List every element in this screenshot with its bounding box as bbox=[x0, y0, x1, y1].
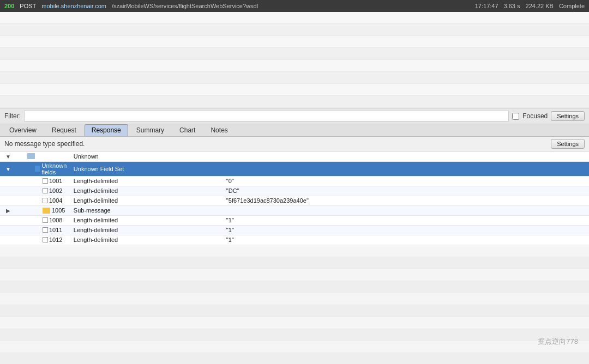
id-cell: 1008 bbox=[16, 215, 71, 225]
empty-row bbox=[0, 353, 589, 365]
expand-cell bbox=[0, 225, 16, 235]
encoding-cell bbox=[148, 196, 224, 205]
value-cell: "1" bbox=[224, 235, 589, 245]
tab-request[interactable]: Request bbox=[45, 124, 83, 136]
empty-row bbox=[0, 341, 589, 353]
filter-label: Filter: bbox=[4, 112, 21, 120]
type-cell: Length-delimited bbox=[71, 186, 148, 196]
field-icon bbox=[43, 198, 48, 203]
id-cell: 1002 bbox=[16, 186, 71, 196]
encoding-cell bbox=[148, 225, 224, 235]
expand-cell bbox=[0, 215, 16, 225]
empty-rows-top bbox=[0, 12, 589, 108]
empty-row bbox=[0, 269, 589, 281]
empty-row bbox=[0, 293, 589, 305]
expand-cell[interactable]: ▼ bbox=[0, 161, 16, 176]
folder-icon bbox=[35, 166, 40, 172]
expand-arrow-icon[interactable]: ▶ bbox=[6, 208, 10, 214]
field-icon bbox=[43, 217, 48, 223]
request-bar: 200 POST mobile.shenzhenair.com /szairMo… bbox=[0, 0, 589, 12]
focused-label: Focused bbox=[522, 112, 548, 120]
field-icon bbox=[43, 188, 48, 193]
id-cell: 1011 bbox=[16, 225, 71, 235]
empty-row bbox=[0, 36, 589, 48]
tab-overview[interactable]: Overview bbox=[2, 124, 44, 136]
expand-cell bbox=[0, 235, 16, 245]
table-row[interactable]: ▼ Unknown fields Unknown Field Set bbox=[0, 161, 589, 176]
type-cell: Unknown bbox=[71, 151, 148, 161]
empty-row bbox=[0, 12, 589, 24]
type-cell: Length-delimited bbox=[71, 176, 148, 186]
empty-area-below-table bbox=[0, 245, 589, 365]
empty-row bbox=[0, 72, 589, 84]
encoding-cell bbox=[148, 176, 224, 186]
expand-arrow-icon[interactable]: ▼ bbox=[5, 166, 11, 172]
encoding-cell bbox=[148, 151, 224, 161]
tab-notes[interactable]: Notes bbox=[203, 124, 235, 136]
id-cell: 1005 bbox=[16, 205, 71, 215]
table-row[interactable]: 1001 Length-delimited "0" bbox=[0, 176, 589, 186]
value-cell bbox=[224, 161, 589, 176]
filter-bar: Filter: Focused Settings bbox=[0, 108, 589, 124]
expand-cell[interactable]: ▼ bbox=[0, 151, 16, 161]
tab-response[interactable]: Response bbox=[85, 124, 128, 136]
empty-row bbox=[0, 84, 589, 96]
table-row[interactable]: 1011 Length-delimited "1" bbox=[0, 225, 589, 235]
request-path: /szairMobileWS/services/flightSearchWebS… bbox=[112, 3, 258, 9]
empty-row bbox=[0, 257, 589, 269]
tabs-bar: Overview Request Response Summary Chart … bbox=[0, 124, 589, 137]
encoding-cell bbox=[148, 186, 224, 196]
empty-row bbox=[0, 281, 589, 293]
table-row[interactable]: 1008 Length-delimited "1" bbox=[0, 215, 589, 225]
value-cell: "0" bbox=[224, 176, 589, 186]
id-cell bbox=[16, 151, 71, 161]
request-complete: Complete bbox=[559, 3, 585, 9]
request-host: mobile.shenzhenair.com bbox=[41, 3, 106, 9]
table-row[interactable]: ▶ 1005 Sub-message bbox=[0, 205, 589, 215]
tab-summary[interactable]: Summary bbox=[129, 124, 171, 136]
expand-arrow-icon[interactable]: ▼ bbox=[5, 154, 11, 160]
http-method: POST bbox=[20, 3, 36, 9]
type-cell: Length-delimited bbox=[71, 235, 148, 245]
value-cell: "DC" bbox=[224, 186, 589, 196]
message-bar: No message type specified. Settings bbox=[0, 137, 589, 151]
encoding-cell bbox=[148, 215, 224, 225]
id-cell: 1001 bbox=[16, 176, 71, 186]
id-cell: 1004 bbox=[16, 196, 71, 205]
table-row[interactable]: 1002 Length-delimited "DC" bbox=[0, 186, 589, 196]
empty-row bbox=[0, 317, 589, 329]
encoding-cell bbox=[148, 235, 224, 245]
empty-row bbox=[0, 245, 589, 257]
request-duration: 3.63 s bbox=[504, 3, 520, 9]
expand-cell bbox=[0, 186, 16, 196]
empty-row bbox=[0, 48, 589, 60]
value-cell bbox=[224, 151, 589, 161]
request-time: 17:17:47 bbox=[475, 3, 498, 9]
type-cell: Length-delimited bbox=[71, 196, 148, 205]
expand-cell[interactable]: ▶ bbox=[0, 205, 16, 215]
value-cell: "1" bbox=[224, 225, 589, 235]
type-cell: Unknown Field Set bbox=[71, 161, 148, 176]
empty-row bbox=[0, 24, 589, 36]
field-icon bbox=[43, 178, 48, 184]
field-icon bbox=[43, 237, 48, 242]
type-cell: Length-delimited bbox=[71, 225, 148, 235]
data-table-container: ▼ Unknown ▼ Unk bbox=[0, 151, 589, 245]
encoding-cell bbox=[148, 205, 224, 215]
table-row[interactable]: 1012 Length-delimited "1" bbox=[0, 235, 589, 245]
message-settings-button[interactable]: Settings bbox=[551, 139, 585, 149]
empty-row bbox=[0, 96, 589, 108]
id-cell: Unknown fields bbox=[16, 161, 71, 176]
expand-cell bbox=[0, 196, 16, 205]
tab-chart[interactable]: Chart bbox=[172, 124, 202, 136]
table-row[interactable]: 1004 Length-delimited "5f671e3d19ac8730a… bbox=[0, 196, 589, 205]
empty-row bbox=[0, 60, 589, 72]
filter-input[interactable] bbox=[24, 111, 509, 122]
focused-checkbox[interactable] bbox=[512, 113, 519, 120]
empty-row bbox=[0, 329, 589, 341]
message-type-text: No message type specified. bbox=[4, 140, 85, 148]
filter-settings-button[interactable]: Settings bbox=[551, 111, 585, 121]
field-icon bbox=[43, 227, 48, 233]
expand-cell bbox=[0, 176, 16, 186]
table-row[interactable]: ▼ Unknown bbox=[0, 151, 589, 161]
